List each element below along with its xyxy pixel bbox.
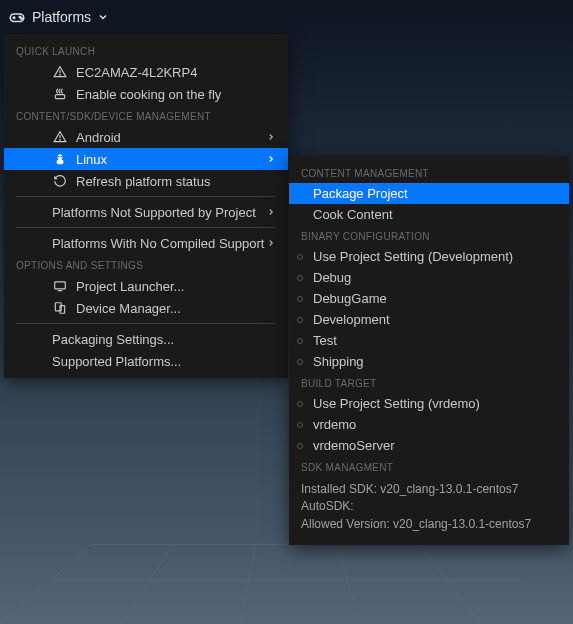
- submenu-item-label: vrdemoServer: [313, 438, 395, 453]
- menu-item-label: Linux: [76, 152, 107, 167]
- menu-item-enable-cooking[interactable]: Enable cooking on the fly: [4, 83, 288, 105]
- chevron-right-icon: [266, 205, 276, 220]
- section-options: OPTIONS AND SETTINGS: [4, 254, 288, 275]
- section-quick-launch: QUICK LAUNCH: [4, 40, 288, 61]
- svg-rect-14: [55, 282, 66, 289]
- menu-item-linux[interactable]: Linux: [4, 148, 288, 170]
- svg-rect-7: [55, 95, 64, 99]
- menu-item-label: EC2AMAZ-4L2KRP4: [76, 65, 197, 80]
- radio-icon: [297, 254, 303, 260]
- device-icon: [52, 300, 68, 316]
- menu-item-supported-platforms[interactable]: Supported Platforms...: [4, 350, 288, 372]
- chevron-right-icon: [266, 130, 276, 145]
- launcher-icon: [52, 278, 68, 294]
- menu-item-packaging-settings[interactable]: Packaging Settings...: [4, 328, 288, 350]
- sdk-auto: AutoSDK:: [301, 498, 557, 515]
- menu-item-label: Android: [76, 130, 121, 145]
- menu-item-label: Platforms With No Compiled Support: [52, 236, 264, 251]
- svg-point-11: [57, 160, 64, 165]
- menu-item-label: Packaging Settings...: [52, 332, 174, 347]
- svg-point-9: [60, 140, 61, 141]
- chevron-right-icon: [266, 236, 276, 251]
- menu-item-not-supported[interactable]: Platforms Not Supported by Project: [4, 201, 288, 223]
- chevron-down-icon: [97, 11, 109, 23]
- menu-item-device-manager[interactable]: Device Manager...: [4, 297, 288, 319]
- svg-point-4: [21, 18, 23, 20]
- cooking-icon: [52, 86, 68, 102]
- linux-icon: [52, 151, 68, 167]
- submenu-item-label: Debug: [313, 270, 351, 285]
- viewport-grid: [0, 544, 573, 624]
- submenu-use-project-setting-dev[interactable]: Use Project Setting (Development): [289, 246, 569, 267]
- menu-item-label: Supported Platforms...: [52, 354, 181, 369]
- radio-icon: [297, 443, 303, 449]
- submenu-item-label: Cook Content: [313, 207, 393, 222]
- submenu-item-label: Shipping: [313, 354, 364, 369]
- sdk-info: Installed SDK: v20_clang-13.0.1-centos7 …: [289, 477, 569, 539]
- menu-item-android[interactable]: Android: [4, 126, 288, 148]
- menu-item-refresh-status[interactable]: Refresh platform status: [4, 170, 288, 192]
- sdk-installed: Installed SDK: v20_clang-13.0.1-centos7: [301, 481, 557, 498]
- svg-point-6: [60, 75, 61, 76]
- radio-icon: [297, 317, 303, 323]
- submenu-item-label: DebugGame: [313, 291, 387, 306]
- radio-icon: [297, 422, 303, 428]
- submenu-test[interactable]: Test: [289, 330, 569, 351]
- section-build-target: BUILD TARGET: [289, 372, 569, 393]
- submenu-debuggame[interactable]: DebugGame: [289, 288, 569, 309]
- submenu-use-project-setting-vrdemo[interactable]: Use Project Setting (vrdemo): [289, 393, 569, 414]
- platforms-dropdown-button[interactable]: Platforms: [0, 0, 117, 34]
- menu-item-ec2amaz[interactable]: EC2AMAZ-4L2KRP4: [4, 61, 288, 83]
- menu-item-label: Project Launcher...: [76, 279, 184, 294]
- warning-icon: [52, 64, 68, 80]
- submenu-shipping[interactable]: Shipping: [289, 351, 569, 372]
- submenu-item-label: Test: [313, 333, 337, 348]
- submenu-development[interactable]: Development: [289, 309, 569, 330]
- radio-icon: [297, 401, 303, 407]
- gamepad-icon: [8, 8, 26, 26]
- submenu-cook-content[interactable]: Cook Content: [289, 204, 569, 225]
- submenu-debug[interactable]: Debug: [289, 267, 569, 288]
- menu-item-label: Enable cooking on the fly: [76, 87, 221, 102]
- platforms-label: Platforms: [32, 9, 91, 25]
- section-device-mgmt: CONTENT/SDK/DEVICE MANAGEMENT: [4, 105, 288, 126]
- menu-item-label: Platforms Not Supported by Project: [52, 205, 256, 220]
- warning-icon: [52, 129, 68, 145]
- section-sdk-mgmt: SDK MANAGMENT: [289, 456, 569, 477]
- radio-icon: [297, 275, 303, 281]
- submenu-item-label: Use Project Setting (vrdemo): [313, 396, 480, 411]
- submenu-item-label: Development: [313, 312, 390, 327]
- submenu-item-label: vrdemo: [313, 417, 356, 432]
- platforms-menu: QUICK LAUNCH EC2AMAZ-4L2KRP4 Enable cook…: [4, 34, 288, 378]
- radio-icon: [297, 338, 303, 344]
- svg-point-12: [58, 156, 59, 157]
- menu-item-label: Refresh platform status: [76, 174, 210, 189]
- submenu-item-label: Package Project: [313, 186, 408, 201]
- refresh-icon: [52, 173, 68, 189]
- radio-icon: [297, 359, 303, 365]
- radio-icon: [297, 296, 303, 302]
- submenu-vrdemo[interactable]: vrdemo: [289, 414, 569, 435]
- menu-item-label: Device Manager...: [76, 301, 181, 316]
- linux-submenu: CONTENT MANAGEMENT Package Project Cook …: [289, 156, 569, 545]
- submenu-package-project[interactable]: Package Project: [289, 183, 569, 204]
- separator: [16, 196, 276, 197]
- section-content-mgmt: CONTENT MANAGEMENT: [289, 162, 569, 183]
- chevron-right-icon: [266, 152, 276, 167]
- separator: [16, 323, 276, 324]
- sdk-allowed: Allowed Version: v20_clang-13.0.1-centos…: [301, 516, 557, 533]
- submenu-vrdemoserver[interactable]: vrdemoServer: [289, 435, 569, 456]
- svg-point-10: [58, 154, 63, 160]
- svg-point-13: [61, 156, 62, 157]
- submenu-item-label: Use Project Setting (Development): [313, 249, 513, 264]
- menu-item-no-compiled[interactable]: Platforms With No Compiled Support: [4, 232, 288, 254]
- separator: [16, 227, 276, 228]
- section-binary-config: BINARY CONFIGURATION: [289, 225, 569, 246]
- menu-item-project-launcher[interactable]: Project Launcher...: [4, 275, 288, 297]
